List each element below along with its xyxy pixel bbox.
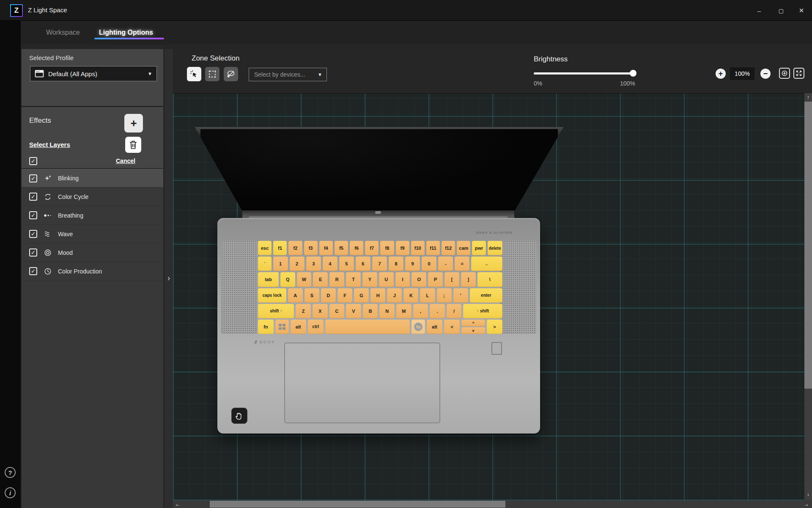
delete-layers-button[interactable] — [125, 137, 141, 153]
zoom-in-button[interactable]: + — [716, 69, 726, 79]
chevron-right-icon[interactable]: › — [167, 273, 170, 283]
key-f12[interactable]: f12 — [442, 241, 455, 255]
key-f7[interactable]: f7 — [365, 241, 379, 255]
scroll-down-icon[interactable]: ↓ — [804, 490, 812, 498]
key-cam[interactable]: cam — [457, 241, 470, 255]
layer-checkbox[interactable]: ✓ — [29, 230, 37, 238]
zoom-out-button[interactable]: − — [760, 69, 771, 79]
key-↑-shift[interactable]: ↑ shift — [463, 304, 502, 318]
key-f4[interactable]: f4 — [319, 241, 333, 255]
key-space[interactable] — [325, 320, 410, 334]
key-y[interactable]: Y — [362, 272, 377, 287]
key-c[interactable]: C — [329, 304, 345, 318]
key-u[interactable]: U — [379, 272, 394, 287]
scroll-up-icon[interactable]: ↑ — [804, 93, 812, 101]
key-x[interactable]: X — [313, 304, 328, 318]
key-f3[interactable]: f3 — [304, 241, 318, 255]
key-d[interactable]: D — [321, 288, 336, 303]
horizontal-scrollbar[interactable]: ← → — [173, 500, 812, 508]
key-`[interactable]: ` — [258, 257, 272, 271]
lighting-canvas[interactable]: BANG & OLUFSEN escf1f2f3f4f5f6f7f8f9f10f… — [173, 93, 804, 500]
key-/[interactable]: / — [447, 304, 462, 318]
key-'[interactable]: ' — [453, 288, 468, 303]
key-pwr[interactable]: pwr — [472, 241, 486, 255]
vertical-scrollbar[interactable]: ↑ ↓ — [804, 93, 812, 500]
layer-checkbox[interactable]: ✓ — [29, 267, 37, 275]
key-2[interactable]: 2 — [290, 257, 304, 271]
key-f1[interactable]: f1 — [273, 241, 287, 255]
key-alt[interactable]: alt — [291, 320, 306, 334]
select-layers-link[interactable]: Select Layers — [29, 141, 70, 148]
key-m[interactable]: M — [396, 304, 411, 318]
key-j[interactable]: J — [387, 288, 402, 303]
layer-row[interactable]: ✓Mood — [22, 243, 163, 262]
horizontal-scrollbar-thumb[interactable] — [210, 501, 505, 508]
key-][interactable]: ] — [461, 272, 476, 287]
key-1[interactable]: 1 — [273, 257, 288, 271]
cursor-select-tool-button[interactable] — [187, 67, 201, 81]
key-arrow-down[interactable]: v — [461, 327, 485, 334]
close-button[interactable]: ✕ — [795, 5, 808, 16]
key-5[interactable]: 5 — [339, 257, 354, 271]
key-shift-↑[interactable]: shift ↑ — [258, 304, 294, 318]
key-a[interactable]: A — [288, 288, 303, 303]
key-hp[interactable]: hp — [411, 320, 425, 334]
fit-to-screen-button[interactable] — [793, 68, 804, 79]
key-8[interactable]: 8 — [389, 257, 403, 271]
key-0[interactable]: 0 — [422, 257, 436, 271]
key-tab[interactable]: tab — [258, 272, 279, 287]
key-z[interactable]: Z — [296, 304, 311, 318]
maximize-button[interactable]: ▢ — [775, 5, 787, 16]
key-p[interactable]: P — [428, 272, 443, 287]
tab-lighting-options[interactable]: Lighting Options — [99, 27, 153, 39]
select-by-devices-dropdown[interactable]: Select by devices... ▼ — [249, 68, 327, 81]
vertical-scrollbar-thumb[interactable] — [804, 102, 812, 389]
scroll-right-icon[interactable]: → — [802, 500, 811, 508]
zoom-to-selection-button[interactable] — [779, 68, 790, 79]
key-delete[interactable]: delete — [488, 241, 502, 255]
cancel-link[interactable]: Cancel — [116, 157, 135, 164]
key-,[interactable]: , — [413, 304, 428, 318]
key-w[interactable]: W — [297, 272, 312, 287]
add-effect-button[interactable]: + — [124, 114, 143, 133]
key-4[interactable]: 4 — [323, 257, 337, 271]
marquee-select-tool-button[interactable] — [205, 67, 219, 81]
layer-row[interactable]: ✓Breathing — [22, 206, 163, 225]
brightness-slider-track[interactable] — [534, 72, 634, 75]
key-f[interactable]: F — [337, 288, 352, 303]
key-i[interactable]: I — [395, 272, 410, 287]
key-<[interactable]: < — [444, 320, 460, 334]
scroll-left-icon[interactable]: ← — [173, 500, 182, 508]
key-arrow-up[interactable]: ^ — [461, 320, 485, 326]
pan-tool-button[interactable] — [231, 408, 247, 424]
key-esc[interactable]: esc — [258, 241, 272, 255]
key-3[interactable]: 3 — [306, 257, 321, 271]
key-f10[interactable]: f10 — [411, 241, 425, 255]
key-[[interactable]: [ — [444, 272, 459, 287]
lasso-select-tool-button[interactable] — [224, 67, 238, 81]
key-v[interactable]: V — [346, 304, 361, 318]
key--[interactable]: - — [438, 257, 453, 271]
key-q[interactable]: Q — [280, 272, 295, 287]
layer-row[interactable]: ✓Blinking — [22, 169, 163, 188]
layer-checkbox[interactable]: ✓ — [29, 174, 37, 182]
key-f8[interactable]: f8 — [380, 241, 394, 255]
layer-row[interactable]: ✓Color Cycle — [22, 188, 163, 206]
key-e[interactable]: E — [313, 272, 328, 287]
key-f11[interactable]: f11 — [426, 241, 440, 255]
key-l[interactable]: L — [420, 288, 435, 303]
key-k[interactable]: K — [403, 288, 418, 303]
key-h[interactable]: H — [370, 288, 385, 303]
layer-checkbox[interactable]: ✓ — [29, 211, 37, 219]
key-b[interactable]: B — [363, 304, 378, 318]
key-f6[interactable]: f6 — [350, 241, 363, 255]
key-s[interactable]: S — [304, 288, 319, 303]
key-f9[interactable]: f9 — [396, 241, 409, 255]
key-n[interactable]: N — [379, 304, 395, 318]
key-enter[interactable]: enter — [470, 288, 502, 303]
layer-checkbox[interactable]: ✓ — [29, 193, 37, 201]
key-;[interactable]: ; — [437, 288, 452, 303]
tab-workspace[interactable]: Workspace — [46, 27, 80, 39]
key-f5[interactable]: f5 — [335, 241, 348, 255]
key-\[interactable]: \ — [477, 272, 502, 287]
